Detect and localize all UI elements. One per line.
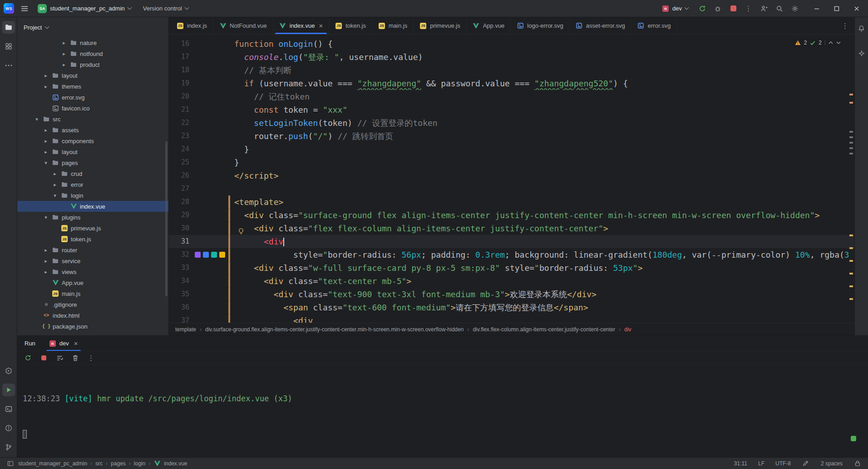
- soft-wrap-icon[interactable]: [55, 353, 64, 364]
- tree-item-router[interactable]: ▸router: [17, 244, 168, 255]
- terminal-tool-button[interactable]: [2, 403, 15, 415]
- line-number[interactable]: 21: [169, 103, 189, 116]
- code-text[interactable]: function onLogin() {: [234, 37, 854, 50]
- clear-console-icon[interactable]: [71, 353, 79, 364]
- color-swatch[interactable]: [203, 252, 209, 258]
- project-scrollbar[interactable]: [165, 141, 168, 296]
- line-number[interactable]: 37: [169, 314, 189, 323]
- services-tool-button[interactable]: [2, 364, 15, 377]
- code-line-24[interactable]: 24 }: [169, 143, 854, 156]
- line-number[interactable]: 29: [169, 209, 189, 222]
- code-text[interactable]: <template>: [234, 195, 854, 209]
- tree-item-views[interactable]: ▸views: [17, 266, 168, 277]
- tab-close-icon[interactable]: ×: [319, 22, 323, 29]
- chevron-down-icon[interactable]: ▾: [43, 160, 49, 166]
- tree-item-package.json[interactable]: { }package.json: [17, 321, 168, 332]
- maximize-button[interactable]: [833, 3, 841, 14]
- line-number[interactable]: 17: [169, 50, 189, 64]
- rerun-button[interactable]: [698, 3, 706, 14]
- tree-item-error[interactable]: ▸error: [17, 179, 168, 190]
- chevron-down-icon[interactable]: ▾: [52, 193, 58, 199]
- tab-primevue.js[interactable]: JSprimevue.js: [414, 17, 466, 34]
- code-line-32[interactable]: 32 style="border-radius: 56px; padding: …: [169, 248, 854, 261]
- tab-main.js[interactable]: JSmain.js: [372, 17, 414, 34]
- debug-button[interactable]: [714, 3, 722, 14]
- chevron-right-icon[interactable]: ▸: [43, 138, 49, 144]
- code-text[interactable]: <span class="text-600 font-medium">请在下方填…: [234, 301, 854, 314]
- more-options-icon[interactable]: ⋮: [87, 353, 95, 364]
- chevron-down-icon[interactable]: [836, 41, 841, 44]
- code-text[interactable]: <div class="text-center mb-5">: [234, 274, 854, 288]
- project-panel-header[interactable]: Project: [17, 17, 168, 37]
- code-line-23[interactable]: 23 router.push("/") // 跳转到首页: [169, 130, 854, 143]
- chevron-up-icon[interactable]: [829, 41, 833, 44]
- tree-item-src[interactable]: ▾src: [17, 114, 168, 125]
- color-swatch[interactable]: [195, 252, 201, 258]
- chevron-down-icon[interactable]: ▾: [34, 116, 40, 122]
- code-text[interactable]: setLoginToken(token) // 设置登录的token: [234, 116, 854, 130]
- editor-error-stripe[interactable]: [848, 35, 854, 323]
- code-line-20[interactable]: 20 // 记住token: [169, 90, 854, 103]
- tool-window-layout-icon[interactable]: [6, 458, 15, 469]
- code-line-31[interactable]: 31 <div: [169, 235, 854, 248]
- tree-item-nature[interactable]: ▸nature: [17, 37, 168, 48]
- chevron-right-icon[interactable]: ▸: [52, 171, 58, 177]
- line-number[interactable]: 26: [169, 169, 189, 182]
- tab-error.svg[interactable]: error.svg: [631, 17, 677, 34]
- line-number[interactable]: 19: [169, 77, 189, 90]
- code-text[interactable]: <div: [234, 314, 854, 323]
- tree-item-service[interactable]: ▸service: [17, 255, 168, 266]
- tree-item-primevue.js[interactable]: JSprimevue.js: [17, 223, 168, 234]
- tree-item-login[interactable]: ▾login: [17, 190, 168, 201]
- tree-item-index.vue[interactable]: index.vue: [17, 201, 168, 212]
- line-number[interactable]: 28: [169, 195, 189, 209]
- line-number[interactable]: 33: [169, 261, 189, 274]
- line-number[interactable]: 30: [169, 222, 189, 235]
- code-text[interactable]: }: [234, 143, 854, 156]
- code-line-22[interactable]: 22 setLoginToken(token) // 设置登录的token: [169, 116, 854, 130]
- code-line-30[interactable]: 30 <div class="flex flex-column align-it…: [169, 222, 854, 235]
- more-actions-icon[interactable]: ⋮: [745, 3, 753, 14]
- code-line-27[interactable]: 27: [169, 182, 854, 195]
- code-text[interactable]: // 记住token: [234, 90, 854, 103]
- main-menu-icon[interactable]: [20, 3, 29, 14]
- tree-item-themes[interactable]: ▸themes: [17, 81, 168, 92]
- line-number[interactable]: 34: [169, 274, 189, 288]
- line-number[interactable]: 27: [169, 182, 189, 195]
- tab-logo-error.svg[interactable]: logo-error.svg: [511, 17, 569, 34]
- code-with-me-icon[interactable]: [760, 3, 768, 14]
- tree-item-error.svg[interactable]: error.svg: [17, 92, 168, 103]
- tree-item-layout[interactable]: ▸layout: [17, 70, 168, 81]
- tree-item-index.html[interactable]: <>index.html: [17, 310, 168, 321]
- code-text[interactable]: [234, 182, 854, 195]
- run-config-widget[interactable]: n dev: [659, 3, 691, 15]
- code-line-25[interactable]: 25}: [169, 156, 854, 169]
- rerun-icon[interactable]: [24, 353, 32, 364]
- line-number[interactable]: 35: [169, 288, 189, 301]
- code-line-16[interactable]: 16function onLogin() {: [169, 37, 854, 50]
- code-text[interactable]: <div class="flex flex-column align-items…: [234, 222, 854, 235]
- tree-item-favicon.ico[interactable]: favicon.ico: [17, 103, 168, 114]
- code-line-18[interactable]: 18 // 基本判断: [169, 64, 854, 77]
- settings-icon[interactable]: [791, 3, 799, 14]
- color-swatch[interactable]: [211, 252, 217, 258]
- line-number[interactable]: 25: [169, 156, 189, 169]
- chevron-right-icon[interactable]: ▸: [43, 247, 49, 253]
- code-line-37[interactable]: 37 <div: [169, 314, 854, 323]
- tree-item-layout[interactable]: ▸layout: [17, 146, 168, 157]
- code-line-33[interactable]: 33 <div class="w-full surface-card py-8 …: [169, 261, 854, 274]
- line-number[interactable]: 23: [169, 130, 189, 143]
- tree-item-App.vue[interactable]: App.vue: [17, 277, 168, 288]
- chevron-right-icon[interactable]: ▸: [43, 127, 49, 133]
- code-text[interactable]: if (username.value === "zhangdapeng" && …: [234, 77, 854, 90]
- code-line-19[interactable]: 19 if (username.value === "zhangdapeng" …: [169, 77, 854, 90]
- run-tool-button[interactable]: [2, 384, 15, 396]
- inspections-widget[interactable]: 2 2: [791, 38, 844, 47]
- line-number[interactable]: 18: [169, 64, 189, 77]
- stop-icon[interactable]: [39, 353, 48, 364]
- project-tool-button[interactable]: [2, 21, 15, 34]
- tab-index.js[interactable]: JSindex.js: [171, 17, 213, 34]
- line-number[interactable]: 24: [169, 143, 189, 156]
- line-number[interactable]: 36: [169, 301, 189, 314]
- chevron-right-icon[interactable]: ▸: [43, 258, 49, 264]
